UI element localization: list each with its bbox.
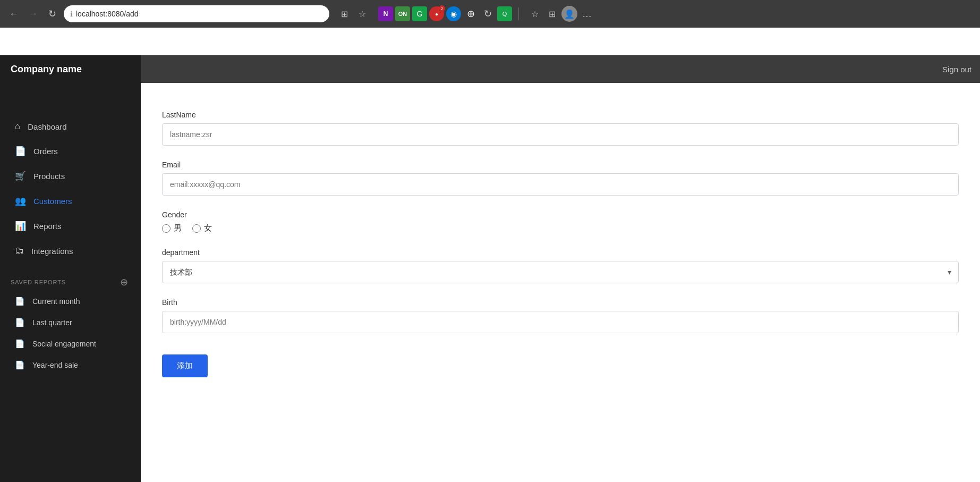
blue-extension[interactable]: ◉ bbox=[446, 6, 461, 21]
email-label: Email bbox=[162, 160, 959, 169]
saved-report-label-last-quarter: Last quarter bbox=[32, 318, 72, 327]
forward-button[interactable]: → bbox=[25, 6, 40, 21]
browser-chrome: ← → ↻ ℹ localhost:8080/add ⊞ ☆ N ON G ● … bbox=[0, 0, 980, 28]
info-icon: ℹ bbox=[70, 10, 73, 18]
lastname-field: LastName bbox=[162, 111, 959, 146]
gender-female-option[interactable]: 女 bbox=[192, 223, 212, 233]
sidebar-item-reports[interactable]: 📊 Reports bbox=[4, 214, 137, 238]
sidebar-label-reports: Reports bbox=[33, 222, 62, 231]
address-bar[interactable]: ℹ localhost:8080/add bbox=[64, 5, 329, 22]
saved-report-label-social-engagement: Social engagement bbox=[32, 340, 96, 348]
bookmark-icon[interactable]: ☆ bbox=[355, 6, 370, 21]
saved-report-current-month[interactable]: 📄 Current month bbox=[4, 291, 137, 311]
translate-icon[interactable]: ⊞ bbox=[337, 6, 352, 21]
chrome-extension[interactable]: ⊕ bbox=[463, 6, 478, 21]
sidebar-label-integrations: Integrations bbox=[31, 247, 73, 256]
sidebar-label-customers: Customers bbox=[33, 197, 72, 206]
browser-actions: ⊞ ☆ bbox=[337, 6, 370, 21]
sidebar-nav: ⌂ Dashboard 📄 Orders 🛒 Products 👥 Custom… bbox=[0, 111, 141, 268]
gender-male-option[interactable]: 男 bbox=[162, 223, 182, 233]
sign-out-button[interactable]: Sign out bbox=[942, 65, 972, 74]
birth-field: Birth bbox=[162, 298, 959, 333]
browser-divider bbox=[518, 7, 519, 20]
refresh-extension[interactable]: ↻ bbox=[480, 6, 495, 21]
green-extension[interactable]: Q bbox=[497, 6, 512, 21]
department-select-wrapper: 技术部 市场部 销售部 人事部 财务部 ▾ bbox=[162, 261, 959, 283]
favorites-icon[interactable]: ☆ bbox=[527, 6, 542, 21]
department-select[interactable]: 技术部 市场部 销售部 人事部 财务部 bbox=[162, 261, 959, 283]
lastname-input[interactable] bbox=[162, 123, 959, 146]
sidebar-item-customers[interactable]: 👥 Customers bbox=[4, 189, 137, 213]
submit-button[interactable]: 添加 bbox=[162, 354, 208, 377]
profile-avatar[interactable]: 👤 bbox=[561, 6, 577, 22]
gender-male-label: 男 bbox=[174, 223, 182, 233]
saved-report-label-year-end-sale: Year-end sale bbox=[32, 361, 78, 369]
email-field: Email bbox=[162, 160, 959, 196]
gender-female-label: 女 bbox=[204, 223, 212, 233]
refresh-button[interactable]: ↻ bbox=[45, 6, 59, 21]
report-doc-icon-4: 📄 bbox=[15, 360, 25, 370]
sidebar: ⌂ Dashboard 📄 Orders 🛒 Products 👥 Custom… bbox=[0, 55, 141, 482]
url-text: localhost:8080/add bbox=[76, 10, 139, 18]
browser-right-actions: ☆ ⊞ 👤 … bbox=[527, 6, 594, 22]
gender-female-radio[interactable] bbox=[192, 224, 201, 233]
birth-input[interactable] bbox=[162, 311, 959, 333]
app-header: Sign out bbox=[0, 55, 980, 83]
sidebar-label-products: Products bbox=[33, 172, 65, 181]
gender-radio-group: 男 女 bbox=[162, 223, 959, 233]
saved-reports-title: SAVED REPORTS bbox=[11, 279, 66, 285]
saved-report-label-current-month: Current month bbox=[32, 297, 80, 306]
sidebar-label-dashboard: Dashboard bbox=[28, 122, 66, 131]
saved-report-social-engagement[interactable]: 📄 Social engagement bbox=[4, 334, 137, 354]
onenote-extension[interactable]: N bbox=[378, 6, 393, 21]
add-saved-report-button[interactable]: ⊕ bbox=[118, 276, 130, 288]
back-button[interactable]: ← bbox=[6, 6, 21, 21]
search-input[interactable] bbox=[8, 65, 942, 74]
products-icon: 🛒 bbox=[15, 171, 26, 182]
saved-report-last-quarter[interactable]: 📄 Last quarter bbox=[4, 312, 137, 333]
department-field: department 技术部 市场部 销售部 人事部 财务部 ▾ bbox=[162, 248, 959, 283]
sidebar-item-dashboard[interactable]: ⌂ Dashboard bbox=[4, 115, 137, 138]
grammarly-extension[interactable]: ON bbox=[395, 6, 410, 21]
customers-icon: 👥 bbox=[15, 196, 26, 207]
browser-extensions: N ON G ● 2 ◉ ⊕ ↻ Q bbox=[378, 6, 512, 21]
reports-icon: 📊 bbox=[15, 221, 26, 232]
orders-icon: 📄 bbox=[15, 146, 26, 157]
gender-label: Gender bbox=[162, 210, 959, 219]
sidebar-logo-area: Company name bbox=[0, 55, 141, 83]
sidebar-item-integrations[interactable]: 🗂 Integrations bbox=[4, 239, 137, 263]
gender-field: Gender 男 女 bbox=[162, 210, 959, 233]
more-options-button[interactable]: … bbox=[580, 6, 594, 21]
report-doc-icon-2: 📄 bbox=[15, 318, 25, 327]
report-doc-icon-3: 📄 bbox=[15, 339, 25, 349]
lastname-label: LastName bbox=[162, 111, 959, 119]
saved-report-year-end-sale[interactable]: 📄 Year-end sale bbox=[4, 355, 137, 375]
sidebar-label-orders: Orders bbox=[33, 147, 58, 156]
gender-male-radio[interactable] bbox=[162, 224, 171, 233]
main-content: LastName Email Gender 男 女 de bbox=[141, 55, 980, 482]
email-input[interactable] bbox=[162, 173, 959, 196]
sidebar-item-orders[interactable]: 📄 Orders bbox=[4, 139, 137, 163]
collections-icon[interactable]: ⊞ bbox=[544, 6, 559, 21]
department-label: department bbox=[162, 248, 959, 257]
grammar-extension[interactable]: G bbox=[412, 6, 427, 21]
saved-reports-section: SAVED REPORTS ⊕ bbox=[0, 268, 141, 291]
sidebar-item-products[interactable]: 🛒 Products bbox=[4, 164, 137, 188]
home-icon: ⌂ bbox=[15, 121, 20, 132]
birth-label: Birth bbox=[162, 298, 959, 307]
integrations-icon: 🗂 bbox=[15, 246, 24, 256]
red-extension[interactable]: ● 2 bbox=[429, 6, 444, 21]
app-container: ⌂ Dashboard 📄 Orders 🛒 Products 👥 Custom… bbox=[0, 55, 980, 482]
company-name: Company name bbox=[11, 64, 82, 75]
app-top-bar: Company name Sign out bbox=[0, 28, 980, 55]
report-doc-icon: 📄 bbox=[15, 297, 25, 306]
